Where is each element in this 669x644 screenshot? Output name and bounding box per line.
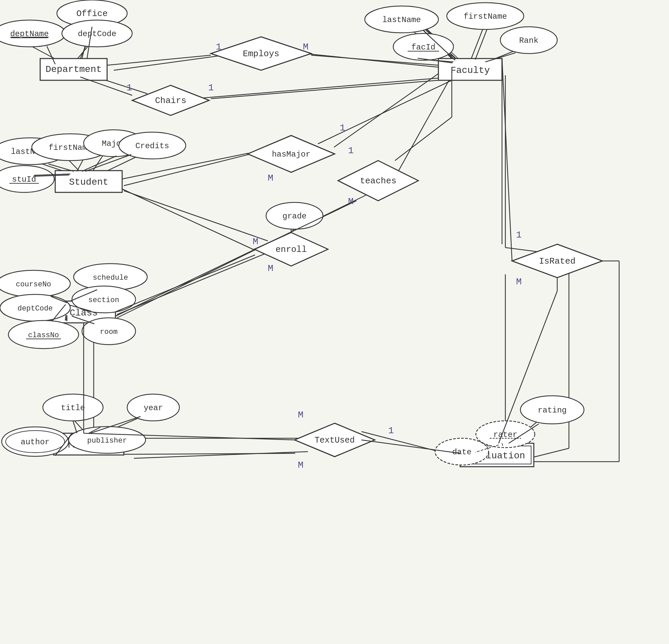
attr-cls-classno-label: classNo [28, 331, 59, 340]
attr-tb-title-label: title [61, 403, 85, 413]
attr-fac-facid-label: facId [411, 43, 436, 52]
rel-hasmajor-label: hasMajor [272, 150, 310, 159]
card-teaches-m: M [348, 196, 354, 207]
attr-office-label: Office [76, 9, 108, 19]
attr-deptname-label: deptName [10, 29, 48, 39]
card-teaches-1: 1 [348, 145, 354, 156]
card-textused-m1: M [298, 410, 303, 420]
entity-department-label: Department [45, 64, 102, 75]
attr-ev-rating-label: rating [538, 406, 567, 415]
entity-faculty-label: Faculty [451, 65, 490, 76]
er-diagram: Department Faculty Student Class Textboo… [0, 0, 669, 644]
rel-teaches-label: teaches [360, 176, 396, 186]
attr-cls-section-label: section [88, 296, 119, 304]
card-employs-1: 1 [216, 42, 222, 52]
card-chairs-1b: 1 [208, 83, 214, 93]
attr-tb-author-label: author [21, 438, 49, 447]
attr-deptcode-label: deptCode [77, 29, 116, 39]
rel-chairs-label: Chairs [155, 96, 186, 106]
card-israted-1: 1 [516, 230, 522, 240]
attr-tb-year-label: year [144, 403, 163, 413]
attr-fac-rank-label: Rank [519, 36, 539, 45]
rel-employs-label: Employs [243, 49, 279, 59]
attr-cls-schedule-label: schedule [93, 274, 128, 282]
rel-enroll-label: enroll [275, 245, 307, 255]
attr-enroll-grade-label: grade [283, 212, 307, 221]
attr-ev-rater-label: rater [493, 430, 517, 439]
card-chairs-1a: 1 [127, 83, 132, 93]
card-employs-m: M [303, 42, 309, 52]
card-enroll-m2: M [268, 263, 273, 274]
attr-ev-date-label: date [452, 448, 472, 457]
attr-stu-stuid-label: stuId [12, 175, 36, 184]
attr-cls-deptcode-label: deptCode [17, 304, 53, 313]
entity-student-label: Student [69, 177, 109, 187]
attr-tb-publisher-label: publisher [87, 437, 127, 445]
card-hasmajor-m: M [268, 173, 273, 183]
card-hasmajor-1: 1 [340, 123, 345, 133]
card-israted-m: M [516, 277, 522, 287]
attr-stu-credits-label: Credits [136, 142, 169, 151]
attr-cls-courseno-label: courseNo [16, 280, 51, 289]
attr-fac-lastname-label: lastName [382, 15, 421, 25]
rel-textused-label: TextUsed [315, 435, 355, 445]
card-textused-m2: M [298, 460, 303, 470]
attr-fac-firstname-label: firstName [464, 12, 507, 21]
rel-israted-label: IsRated [539, 256, 575, 266]
attr-cls-room-label: room [100, 328, 118, 336]
card-textused-1: 1 [388, 426, 394, 436]
card-enroll-m1: M [253, 237, 258, 247]
